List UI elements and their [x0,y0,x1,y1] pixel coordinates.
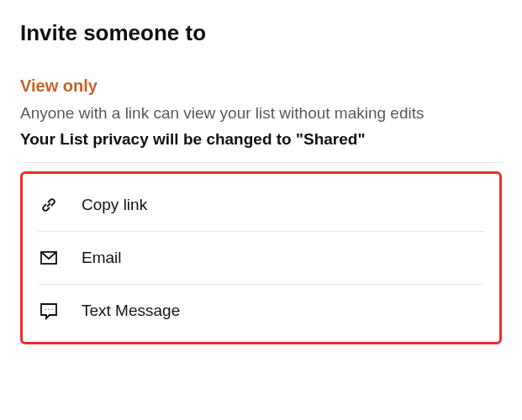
link-icon [38,194,60,216]
copy-link-option[interactable]: Copy link [38,179,484,231]
svg-point-3 [51,308,52,309]
text-message-icon [38,300,60,322]
svg-point-2 [48,308,49,309]
email-label: Email [82,249,122,267]
page-title: Invite someone to [20,20,502,46]
email-option[interactable]: Email [38,231,484,284]
text-message-option[interactable]: Text Message [38,284,484,337]
svg-point-1 [45,308,45,309]
view-only-description: Anyone with a link can view your list wi… [20,102,502,125]
section-divider [20,162,502,163]
copy-link-label: Copy link [82,196,147,214]
privacy-notice: Your List privacy will be changed to "Sh… [20,130,502,149]
view-only-subtitle: View only [20,76,502,96]
email-icon [38,247,60,269]
share-options-highlight: Copy link Email Text Message [20,171,502,344]
text-message-label: Text Message [82,302,180,320]
